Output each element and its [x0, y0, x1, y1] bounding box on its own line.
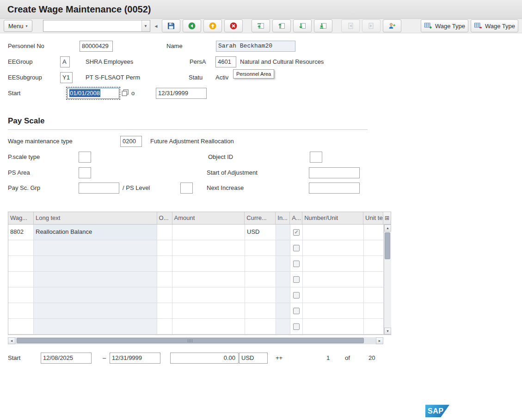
pscale-type-field[interactable]	[79, 152, 91, 163]
currency-cell[interactable]	[245, 303, 276, 319]
unit-text-cell[interactable]	[364, 240, 384, 256]
unit-text-cell[interactable]	[364, 272, 384, 287]
unit-text-cell[interactable]	[364, 303, 384, 319]
operation-cell[interactable]	[157, 240, 172, 256]
wage-type-cell[interactable]	[8, 272, 34, 287]
chevron-down-icon[interactable]: ▼	[141, 20, 150, 31]
unit-text-cell[interactable]	[364, 225, 384, 240]
currency-cell[interactable]	[245, 319, 276, 335]
column-header-unit-text[interactable]: Unit text	[363, 212, 383, 224]
footer-amount-field[interactable]: 0.00	[170, 353, 239, 364]
operation-cell[interactable]	[157, 287, 172, 303]
column-header-operation[interactable]: O...	[157, 212, 172, 224]
vertical-scrollbar-track[interactable]	[384, 231, 391, 328]
amount-cell[interactable]	[172, 272, 245, 287]
previous-page-button[interactable]	[272, 19, 291, 32]
wage-type-cell[interactable]: 8802	[8, 225, 34, 240]
start-date-field[interactable]: 01/01/2008	[67, 88, 119, 99]
ps-level-field[interactable]	[180, 183, 193, 194]
scroll-up-button[interactable]: ▲	[384, 225, 391, 231]
amount-cell[interactable]	[172, 303, 245, 319]
operation-cell[interactable]	[157, 256, 172, 272]
first-page-button[interactable]	[252, 19, 270, 32]
wage-type-cell[interactable]	[8, 319, 34, 335]
number-unit-cell[interactable]	[303, 319, 364, 335]
scroll-down-button[interactable]: ▼	[384, 328, 391, 335]
currency-cell[interactable]	[245, 256, 276, 272]
operation-cell[interactable]	[157, 319, 172, 335]
column-header-a[interactable]: A...	[290, 212, 302, 224]
number-unit-cell[interactable]	[303, 272, 364, 287]
exit-button[interactable]	[203, 19, 222, 32]
number-unit-cell[interactable]	[303, 256, 364, 272]
unit-text-cell[interactable]	[364, 319, 384, 335]
operation-cell[interactable]	[157, 225, 172, 240]
currency-cell[interactable]: USD	[245, 225, 276, 240]
copy-icon[interactable]	[121, 88, 130, 97]
number-unit-cell[interactable]	[303, 287, 364, 303]
currency-cell[interactable]	[245, 287, 276, 303]
next-page-button[interactable]	[293, 19, 312, 32]
vertical-scrollbar-thumb[interactable]	[385, 232, 390, 259]
footer-currency-field[interactable]: USD	[239, 353, 268, 364]
number-unit-cell[interactable]	[303, 303, 364, 319]
column-header-currency[interactable]: Curre...	[245, 212, 276, 224]
footer-to-date-field[interactable]: 12/31/9999	[110, 353, 160, 364]
end-date-field[interactable]: 12/31/9999	[156, 88, 207, 99]
table-settings-button[interactable]: ⊞	[383, 212, 391, 224]
personnel-file-button[interactable]	[383, 19, 401, 32]
wage-type-cell[interactable]	[8, 240, 34, 256]
currency-cell[interactable]	[245, 272, 276, 287]
save-button[interactable]	[162, 19, 180, 32]
horizontal-scrollbar[interactable]: ◄ ►	[8, 337, 383, 344]
command-field[interactable]: ▼	[43, 20, 150, 32]
ps-area-field[interactable]	[79, 167, 91, 178]
amount-cell[interactable]	[172, 240, 245, 256]
row-checkbox[interactable]	[293, 323, 300, 330]
currency-cell[interactable]	[245, 240, 276, 256]
collapse-toolbar-icon[interactable]: ◄	[153, 24, 160, 29]
start-of-adjustment-field[interactable]	[309, 167, 360, 178]
delete-wage-type-button[interactable]: Wage Type	[471, 19, 518, 32]
add-wage-type-button[interactable]: Wage Type	[421, 19, 468, 32]
row-checkbox[interactable]	[293, 261, 300, 267]
operation-cell[interactable]	[157, 272, 172, 287]
column-header-wage-type[interactable]: Wag...	[8, 212, 34, 224]
wage-type-cell[interactable]	[8, 303, 34, 319]
wage-type-cell[interactable]	[8, 256, 34, 272]
cancel-button[interactable]	[224, 19, 243, 32]
row-checkbox[interactable]	[293, 308, 300, 314]
number-unit-cell[interactable]	[303, 225, 364, 240]
horizontal-scrollbar-thumb[interactable]	[17, 338, 364, 343]
last-page-button[interactable]	[314, 19, 332, 32]
row-checkbox[interactable]	[293, 292, 300, 298]
object-id-field[interactable]	[310, 152, 322, 163]
column-header-number-unit[interactable]: Number/Unit	[302, 212, 363, 224]
column-header-amount[interactable]: Amount	[172, 212, 245, 224]
number-unit-cell[interactable]	[303, 240, 364, 256]
pay-sc-grp-field[interactable]	[79, 183, 119, 194]
wage-type-cell[interactable]	[8, 287, 34, 303]
wage-maintenance-type-field[interactable]: 0200	[120, 136, 142, 147]
vertical-scrollbar[interactable]: ▲ ▼	[384, 225, 391, 335]
amount-cell[interactable]	[172, 319, 245, 335]
unit-text-cell[interactable]	[364, 256, 384, 272]
personnel-no-field[interactable]: 80000429	[80, 41, 113, 52]
column-header-indicator[interactable]: In...	[276, 212, 290, 224]
amount-cell[interactable]	[172, 287, 245, 303]
amount-cell[interactable]	[172, 256, 245, 272]
row-checkbox[interactable]	[293, 245, 300, 251]
horizontal-scrollbar-track[interactable]	[15, 337, 376, 344]
menu-button[interactable]: Menu ▾	[4, 20, 32, 32]
column-header-long-text[interactable]: Long text	[34, 212, 157, 224]
next-increase-field[interactable]	[309, 183, 360, 194]
scroll-left-button[interactable]: ◄	[8, 337, 15, 344]
amount-cell[interactable]	[172, 225, 245, 240]
operation-cell[interactable]	[157, 303, 172, 319]
footer-from-date-field[interactable]: 12/08/2025	[41, 353, 92, 364]
row-checkbox[interactable]	[293, 276, 300, 283]
unit-text-cell[interactable]	[364, 287, 384, 303]
scroll-right-button[interactable]: ►	[376, 337, 383, 344]
row-checkbox[interactable]: ✓	[293, 229, 300, 236]
back-button[interactable]	[183, 19, 201, 32]
